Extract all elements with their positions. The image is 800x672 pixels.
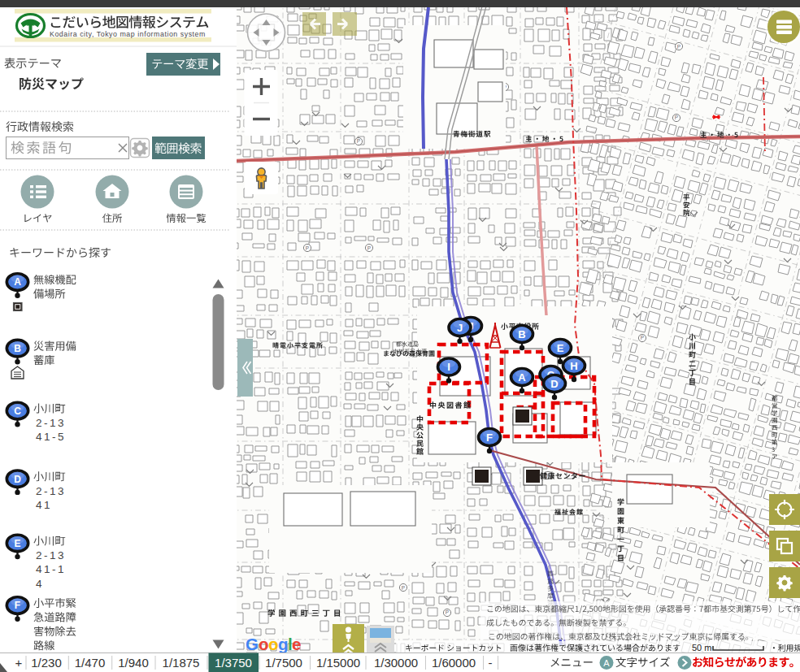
svg-text:C: C <box>14 405 21 417</box>
svg-text:2-13: 2-13 <box>36 549 66 561</box>
svg-text:2-13: 2-13 <box>36 417 66 429</box>
svg-text:A: A <box>603 658 610 668</box>
svg-text:41-1: 41-1 <box>36 563 66 575</box>
svg-text:-: - <box>489 656 493 670</box>
svg-text:4: 4 <box>36 578 44 590</box>
svg-text:1/230: 1/230 <box>31 656 62 670</box>
svg-text:1/3750: 1/3750 <box>215 656 252 670</box>
svg-text:F: F <box>15 600 20 611</box>
svg-text:41-5: 41-5 <box>36 431 66 443</box>
svg-text:1/1875: 1/1875 <box>163 656 200 670</box>
svg-text:D: D <box>14 474 21 485</box>
svg-text:1/7500: 1/7500 <box>265 656 302 670</box>
svg-text:B: B <box>14 343 21 354</box>
svg-text:+: + <box>15 656 23 670</box>
svg-text:1/470: 1/470 <box>75 656 106 670</box>
svg-text:Kodaira city, Tokyo map infor: Kodaira city, Tokyo map information syst… <box>50 30 206 38</box>
svg-text:1/940: 1/940 <box>118 656 149 670</box>
svg-text:E: E <box>14 538 20 549</box>
svg-text:1/15000: 1/15000 <box>316 656 360 670</box>
svg-text:2-13: 2-13 <box>36 485 66 497</box>
svg-text:A: A <box>14 276 21 288</box>
svg-text:1/30000: 1/30000 <box>374 656 418 670</box>
svg-text:1/60000: 1/60000 <box>432 656 476 670</box>
svg-text:41: 41 <box>36 499 52 511</box>
